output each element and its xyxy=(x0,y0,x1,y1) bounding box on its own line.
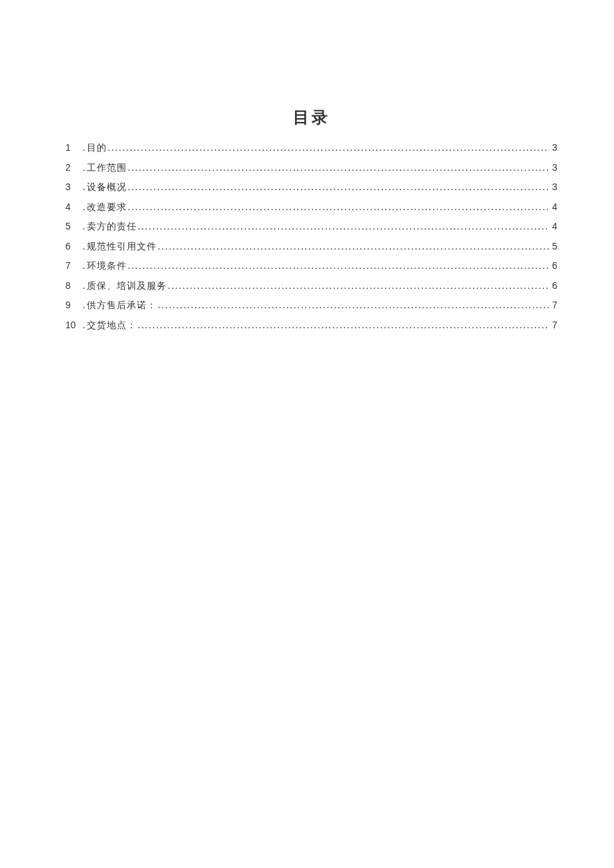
toc-entry: 10 . 交货地点： 7 xyxy=(65,320,557,330)
toc-entry-page: 7 xyxy=(551,320,557,330)
toc-entry-title: 目的 xyxy=(87,143,107,153)
toc-entry-separator: . xyxy=(83,183,85,192)
toc-entry-number: 2 xyxy=(65,163,83,172)
toc-leader-dots xyxy=(158,242,550,252)
toc-leader-dots xyxy=(138,222,550,232)
toc-leader-dots xyxy=(108,143,550,153)
toc-leader-dots xyxy=(128,183,550,192)
toc-entry-title: 规范性引用文件 xyxy=(87,242,157,252)
toc-leader-dots xyxy=(168,282,550,291)
toc-leader-dots xyxy=(128,203,550,212)
toc-leader-dots xyxy=(158,301,550,310)
toc-entry-page: 6 xyxy=(551,261,557,270)
toc-entry: 3 . 设备概况 3 xyxy=(65,182,557,192)
toc-entry-separator: . xyxy=(83,321,85,330)
toc-entry-separator: . xyxy=(83,222,85,232)
toc-entry: 1 . 目的 3 xyxy=(65,143,557,153)
toc-entry-title: 设备概况 xyxy=(87,183,127,192)
toc-entry-page: 5 xyxy=(551,242,557,251)
toc-entry-page: 3 xyxy=(551,143,557,152)
toc-entry: 9 . 供方售后承诺： 7 xyxy=(65,300,557,310)
toc-entry-separator: . xyxy=(83,282,85,291)
toc-entry: 8 . 质保、培训及服务 6 xyxy=(65,281,557,291)
toc-entry: 5 . 卖方的责任 4 xyxy=(65,222,557,232)
toc-entry-number: 9 xyxy=(65,300,83,310)
toc-entry-number: 5 xyxy=(65,222,83,231)
toc-entry-separator: . xyxy=(83,301,85,310)
toc-entry-title: 质保、培训及服务 xyxy=(87,282,167,291)
toc-entry-number: 10 xyxy=(65,320,83,330)
toc-entry-separator: . xyxy=(83,262,85,271)
toc-entry-number: 3 xyxy=(65,182,83,191)
toc-entry-title: 工作范围 xyxy=(87,163,127,173)
toc-list: 1 . 目的 3 2 . 工作范围 3 3 . 设备概况 3 4 . 改造要求 … xyxy=(65,143,557,330)
toc-entry-title: 环境条件 xyxy=(87,262,127,271)
toc-entry-title: 卖方的责任 xyxy=(87,222,137,232)
toc-entry-page: 7 xyxy=(551,300,557,310)
toc-entry-number: 4 xyxy=(65,202,83,211)
toc-entry-page: 6 xyxy=(551,281,557,290)
toc-entry-page: 4 xyxy=(551,202,557,211)
toc-entry-page: 4 xyxy=(551,222,557,231)
toc-leader-dots xyxy=(138,321,550,330)
toc-entry-title: 交货地点： xyxy=(87,321,137,330)
toc-entry: 7 . 环境条件 6 xyxy=(65,261,557,271)
toc-entry: 6 . 规范性引用文件 5 xyxy=(65,242,557,252)
toc-entry: 4 . 改造要求 4 xyxy=(65,202,557,212)
toc-entry-title: 改造要求 xyxy=(87,203,127,212)
toc-leader-dots xyxy=(128,163,550,173)
toc-leader-dots xyxy=(128,262,550,271)
toc-entry-page: 3 xyxy=(551,182,557,191)
toc-entry-page: 3 xyxy=(551,163,557,172)
toc-entry-separator: . xyxy=(83,242,85,252)
toc-title: 目录 xyxy=(65,107,557,128)
toc-entry-separator: . xyxy=(83,143,85,153)
toc-entry-number: 7 xyxy=(65,261,83,270)
toc-entry: 2 . 工作范围 3 xyxy=(65,163,557,173)
toc-entry-number: 1 xyxy=(65,143,83,152)
toc-entry-separator: . xyxy=(83,163,85,173)
toc-entry-separator: . xyxy=(83,203,85,212)
toc-entry-number: 8 xyxy=(65,281,83,290)
toc-entry-title: 供方售后承诺： xyxy=(87,301,157,310)
toc-entry-number: 6 xyxy=(65,242,83,251)
